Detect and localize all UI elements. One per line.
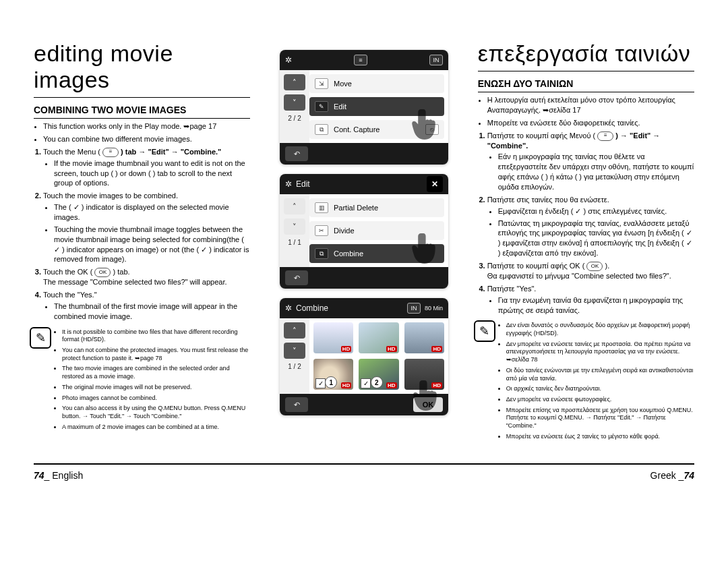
time-badge: 80 Min (425, 305, 443, 312)
note: Photo images cannot be combined. (62, 395, 250, 403)
menu-tab[interactable]: ≡ (354, 55, 367, 65)
sub: Touching the movie thumbnail image toggl… (54, 225, 250, 264)
note-icon: ✎ (30, 327, 51, 349)
note: Οι δύο ταινίες ενώνονται με την επιλεγμέ… (506, 367, 694, 382)
page-count: 1 / 1 (288, 239, 301, 246)
thumb[interactable] (313, 322, 353, 353)
note: It is not possible to combine two files … (62, 328, 250, 344)
rule (478, 71, 694, 71)
left-title: editing movie images (34, 40, 250, 93)
step: Touch the "Yes." The thumbnail of the fi… (43, 290, 250, 322)
screen-combine: ✲ Combine IN 80 Min ˄ ˅ 1 / 2 (280, 298, 448, 415)
right-intro: Η λειτουργία αυτή εκτελείται μόνο στον τ… (478, 95, 694, 128)
in-badge: IN (407, 303, 421, 314)
note: Οι αρχικές ταινίες δεν διατηρούνται. (506, 385, 694, 393)
reel-icon: ✲ (285, 303, 292, 313)
reel-icon: ✲ (285, 179, 292, 189)
note: You can also access it by using the Q.ME… (62, 405, 250, 420)
down-button[interactable]: ˅ (284, 218, 305, 235)
right-title: επεξεργασία ταινιών (478, 40, 694, 67)
intro-item: This function works only in the Play mod… (43, 121, 250, 132)
ok-icon: OK (586, 262, 603, 271)
edit-item-combine[interactable]: ⧉Combine (309, 244, 444, 263)
intro-item: Η λειτουργία αυτή εκτελείται μόνο στον τ… (487, 95, 694, 115)
note: A maximum of 2 movie images can be combi… (62, 424, 250, 432)
screen-edit: ✲ Edit ✕ ˄ ˅ 1 / 1 ▥Partial Delete ✂Divi… (280, 174, 448, 289)
sub: Θα εμφανιστεί το μήνυμα "Combine selecte… (487, 272, 671, 280)
rule (34, 97, 250, 98)
edit-item-partialdelete[interactable]: ▥Partial Delete (309, 198, 444, 217)
back-button[interactable]: ↶ (285, 146, 308, 161)
step: Touch the Menu ( ≡ ) tab → "Edit" → "Com… (43, 147, 250, 189)
step: Πατήστε το κουμπί αφής OK ( OK ). Θα εμφ… (487, 261, 694, 281)
thumb[interactable] (404, 359, 444, 390)
ok-button[interactable]: OK (413, 397, 443, 412)
menu-item-edit[interactable]: ✎Edit (309, 97, 444, 116)
note: You can not combine the protected images… (62, 347, 250, 362)
ok-icon: OK (94, 268, 111, 277)
left-intro: This function works only in the Play mod… (34, 121, 250, 144)
intro-item: You can combine two different movie imag… (43, 134, 250, 144)
page-count: 2 / 2 (288, 115, 301, 122)
up-button[interactable]: ˄ (284, 322, 305, 339)
menu-icon: ≡ (102, 148, 119, 157)
page-footer: 74_ English Greek _74 (34, 463, 694, 481)
thumb[interactable]: ✓1 (313, 359, 353, 390)
step: Touch the movie images to be combined. T… (43, 191, 250, 264)
step: Πατήστε το κουμπί αφής Μενού ( ≡ ) → "Ed… (487, 131, 694, 192)
menu-item-contcapture[interactable]: ⧉Cont. Capture⦸ (309, 120, 444, 139)
intro-item: Μπορείτε να ενώσετε δύο διαφορετικές ται… (487, 118, 694, 128)
right-steps: Πατήστε το κουμπί αφής Μενού ( ≡ ) → "Ed… (478, 131, 694, 316)
back-button[interactable]: ↶ (285, 397, 308, 412)
up-button[interactable]: ˄ (284, 198, 305, 214)
sub: If the movie image thumbnail you want to… (54, 158, 250, 189)
step: Touch the OK ( OK ) tab. The message "Co… (43, 267, 250, 287)
up-button[interactable]: ˄ (284, 74, 305, 90)
left-notes: It is not possible to combine two files … (55, 328, 250, 432)
note: Μπορείτε επίσης να προσπελάσετε με χρήση… (506, 407, 694, 430)
left-steps: Touch the Menu ( ≡ ) tab → "Edit" → "Com… (34, 147, 250, 322)
note: The two movie images are combined in the… (62, 365, 250, 380)
note: Δεν μπορείτε να ενώσετε φωτογραφίες. (506, 396, 694, 404)
thumb[interactable] (359, 322, 398, 353)
left-section: COMBINING TWO MOVIE IMAGES (34, 105, 250, 119)
note: Δεν είναι δυνατός ο συνδυασμός δύο αρχεί… (506, 322, 694, 337)
sub: Εμφανίζεται η ένδειξη ( ✓ ) στις επιλεγμ… (498, 206, 694, 216)
sub: The message "Combine selected two files?… (43, 278, 227, 286)
menu-item-move[interactable]: ⇲Move (309, 74, 444, 93)
page-count: 1 / 2 (288, 363, 301, 370)
in-badge: IN (429, 55, 443, 65)
down-button[interactable]: ˅ (284, 343, 305, 359)
sub: Πατώντας τη μικρογραφία της ταινίας, ενα… (498, 218, 694, 258)
screen-title: Edit (296, 179, 310, 189)
thumb[interactable]: ✓2 (359, 359, 398, 390)
sub: Για την ενωμένη ταινία θα εμφανίζεται η … (498, 295, 694, 316)
sub: The thumbnail of the first movie image w… (54, 301, 250, 322)
note: The original movie images will not be pr… (62, 384, 250, 392)
step: Πατήστε στις ταινίες που θα ενώσετε. Εμφ… (487, 195, 694, 258)
edit-item-divide[interactable]: ✂Divide (309, 221, 444, 240)
reel-icon: ✲ (285, 55, 292, 65)
right-notes: Δεν είναι δυνατός ο συνδυασμός δύο αρχεί… (499, 322, 694, 440)
note: Μπορείτε να ενώσετε έως 2 ταινίες το μέγ… (506, 433, 694, 441)
down-button[interactable]: ˅ (284, 94, 305, 111)
sub: The ( ✓ ) indicator is displayed on the … (54, 202, 250, 223)
back-button[interactable]: ↶ (285, 270, 308, 285)
step: Πατήστε "Yes". Για την ενωμένη ταινία θα… (487, 284, 694, 316)
right-section: ΕΝΩΣΗ ΔΥΟ ΤΑΙΝΙΩΝ (478, 78, 694, 92)
note: Δεν μπορείτε να ενώσετε ταινίες με προστ… (506, 341, 694, 364)
screen-menu: ✲ ≡ IN ˄ ˅ 2 / 2 ⇲Move ✎Edit ⧉Cont. (280, 50, 448, 165)
menu-icon: ≡ (597, 132, 613, 141)
thumb[interactable] (404, 322, 444, 353)
close-button[interactable]: ✕ (427, 176, 443, 192)
note-icon: ✎ (474, 320, 495, 342)
screen-title: Combine (296, 303, 328, 313)
sub: Εάν η μικρογραφία της ταινίας που θέλετε… (498, 152, 694, 192)
